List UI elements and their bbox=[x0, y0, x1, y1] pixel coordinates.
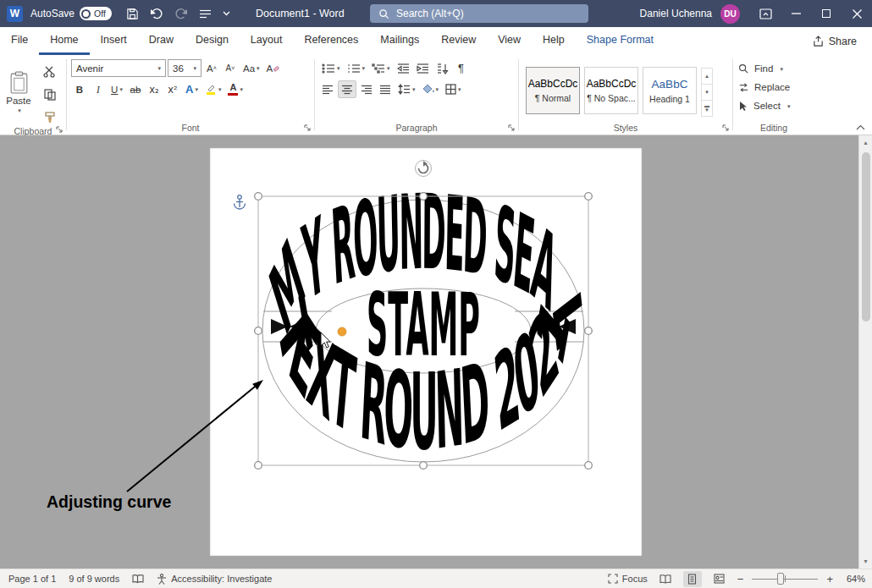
text-effects-button[interactable]: A▾ bbox=[183, 80, 201, 98]
selection-handle-bottom-right[interactable] bbox=[585, 462, 593, 470]
highlight-color-button[interactable]: ▾ bbox=[202, 80, 224, 98]
autosave-toggle[interactable]: AutoSave Off bbox=[30, 7, 112, 20]
show-hide-pilcrow-button[interactable]: ¶ bbox=[453, 59, 470, 77]
read-mode-button[interactable] bbox=[656, 571, 675, 587]
tab-help[interactable]: Help bbox=[532, 27, 576, 55]
tab-insert[interactable]: Insert bbox=[90, 27, 138, 55]
user-name[interactable]: Daniel Uchenna bbox=[640, 8, 712, 19]
font-color-button[interactable]: A▾ bbox=[225, 80, 246, 98]
zoom-level[interactable]: 64% bbox=[842, 574, 865, 584]
superscript-button[interactable]: x² bbox=[164, 80, 181, 98]
avatar[interactable]: DU bbox=[720, 4, 740, 24]
proofing-icon[interactable] bbox=[132, 574, 144, 584]
font-size-combobox[interactable]: 36▾ bbox=[168, 59, 201, 77]
tab-review[interactable]: Review bbox=[430, 27, 487, 55]
rotate-handle-icon[interactable] bbox=[416, 161, 432, 177]
selection-handle-left[interactable] bbox=[255, 327, 262, 335]
styles-scroll-up-icon[interactable]: ▲ bbox=[702, 69, 712, 85]
zoom-slider[interactable] bbox=[752, 573, 818, 585]
tab-mailings[interactable]: Mailings bbox=[369, 27, 430, 55]
clear-formatting-button[interactable]: A bbox=[264, 59, 283, 77]
style-heading-1[interactable]: AaBbC Heading 1 bbox=[643, 67, 697, 114]
borders-button[interactable]: ▾ bbox=[443, 80, 464, 98]
style-no-spacing[interactable]: AaBbCcDc ¶ No Spac... bbox=[584, 67, 638, 114]
align-left-button[interactable] bbox=[319, 80, 336, 98]
selection-handle-bottom-left[interactable] bbox=[255, 462, 262, 470]
clipboard-dialog-launcher-icon[interactable] bbox=[56, 126, 63, 134]
selection-handle-right[interactable] bbox=[585, 327, 593, 335]
scroll-down-icon[interactable]: ▼ bbox=[859, 554, 872, 569]
line-spacing-button[interactable]: ▾ bbox=[395, 80, 418, 98]
word-count[interactable]: 9 of 9 words bbox=[69, 574, 119, 584]
styles-scroll-down-icon[interactable]: ▼ bbox=[702, 85, 712, 101]
strikethrough-button[interactable]: ab bbox=[127, 80, 144, 98]
maximize-button[interactable] bbox=[811, 0, 842, 27]
ribbon-display-options-icon[interactable] bbox=[750, 0, 781, 27]
select-button[interactable]: Select▾ bbox=[733, 96, 814, 115]
redo-icon[interactable] bbox=[174, 8, 188, 19]
tab-references[interactable]: References bbox=[293, 27, 369, 55]
cut-button[interactable] bbox=[41, 63, 58, 80]
focus-mode-button[interactable]: Focus bbox=[608, 574, 648, 584]
tab-view[interactable]: View bbox=[487, 27, 532, 55]
scroll-up-icon[interactable]: ▲ bbox=[859, 135, 872, 150]
increase-indent-button[interactable] bbox=[414, 59, 432, 77]
multilevel-list-button[interactable]: ▾ bbox=[369, 59, 393, 77]
italic-button[interactable]: I bbox=[90, 80, 107, 98]
undo-icon[interactable] bbox=[150, 8, 163, 19]
sort-button[interactable] bbox=[433, 59, 451, 77]
print-layout-button[interactable] bbox=[683, 571, 702, 587]
minimize-button[interactable] bbox=[781, 0, 811, 27]
replace-button[interactable]: Replace bbox=[733, 78, 814, 96]
share-button[interactable]: Share bbox=[797, 27, 872, 55]
subscript-button[interactable]: x₂ bbox=[146, 80, 163, 98]
accessibility-status[interactable]: Accessibility: Investigate bbox=[157, 574, 272, 585]
styles-dialog-launcher-icon[interactable] bbox=[722, 124, 730, 132]
decrease-indent-button[interactable] bbox=[395, 59, 412, 77]
paragraph-dialog-launcher-icon[interactable] bbox=[508, 124, 516, 132]
close-button[interactable] bbox=[842, 0, 872, 27]
grow-font-button[interactable]: A˄ bbox=[203, 59, 220, 77]
bullets-button[interactable]: ▾ bbox=[319, 59, 343, 77]
change-case-button[interactable]: Aa▾ bbox=[240, 59, 262, 77]
tab-layout[interactable]: Layout bbox=[240, 27, 294, 55]
adjust-handle[interactable] bbox=[338, 327, 346, 336]
selection-handle-top[interactable] bbox=[420, 193, 428, 201]
align-center-button[interactable] bbox=[338, 80, 356, 98]
tab-draw[interactable]: Draw bbox=[138, 27, 185, 55]
zoom-in-button[interactable]: + bbox=[826, 573, 833, 585]
selection-handle-top-left[interactable] bbox=[255, 193, 262, 201]
numbering-button[interactable]: ▾ bbox=[345, 59, 368, 77]
justify-button[interactable] bbox=[377, 80, 394, 98]
zoom-out-button[interactable]: − bbox=[737, 573, 744, 585]
document-title[interactable]: Document1 - Word bbox=[256, 0, 345, 27]
find-button[interactable]: Find▾ bbox=[733, 59, 814, 78]
selection-handle-bottom[interactable] bbox=[420, 462, 428, 470]
format-painter-button[interactable] bbox=[41, 108, 58, 126]
word-logo-icon[interactable]: W bbox=[7, 6, 23, 22]
tab-home[interactable]: Home bbox=[39, 27, 89, 55]
save-icon[interactable] bbox=[126, 8, 139, 20]
font-dialog-launcher-icon[interactable] bbox=[304, 124, 312, 132]
zoom-slider-thumb[interactable] bbox=[777, 573, 784, 585]
copy-button[interactable] bbox=[41, 85, 58, 103]
tab-file[interactable]: File bbox=[0, 27, 39, 55]
selection-handle-top-right[interactable] bbox=[585, 193, 593, 201]
style-normal[interactable]: AaBbCcDc ¶ Normal bbox=[526, 67, 580, 114]
web-layout-button[interactable] bbox=[710, 571, 729, 587]
align-right-button[interactable] bbox=[358, 80, 375, 98]
search-box[interactable]: Search (Alt+Q) bbox=[370, 4, 588, 23]
collapse-ribbon-icon[interactable] bbox=[856, 124, 865, 130]
styles-more-icon[interactable]: ▬▼ bbox=[702, 101, 712, 116]
quick-access-list-icon[interactable] bbox=[199, 8, 212, 19]
page-indicator[interactable]: Page 1 of 1 bbox=[8, 574, 56, 584]
tab-design[interactable]: Design bbox=[185, 27, 240, 55]
shading-button[interactable]: ▾ bbox=[420, 80, 442, 98]
font-name-combobox[interactable]: Avenir▾ bbox=[71, 59, 166, 77]
scrollbar-thumb[interactable] bbox=[862, 152, 870, 321]
paste-button[interactable]: Paste ▾ bbox=[0, 58, 37, 126]
vertical-scrollbar[interactable]: ▲ ▼ bbox=[858, 135, 872, 569]
tab-shape-format[interactable]: Shape Format bbox=[576, 27, 665, 55]
bold-button[interactable]: B bbox=[71, 80, 88, 98]
quick-access-chevron-icon[interactable] bbox=[223, 11, 230, 16]
